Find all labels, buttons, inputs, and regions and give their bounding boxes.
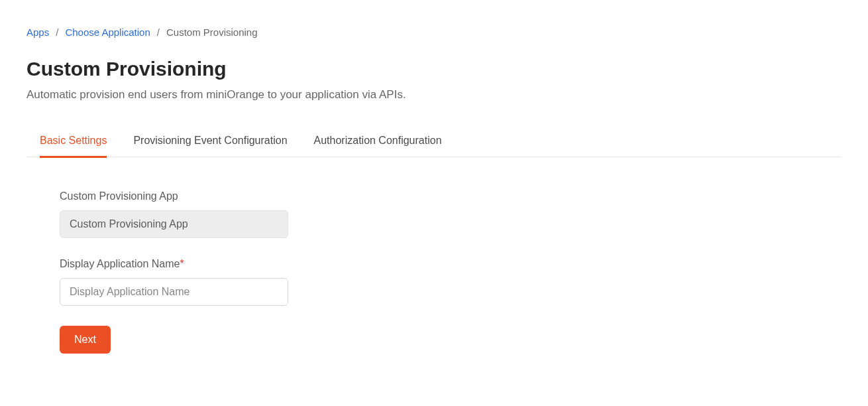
form-section: Custom Provisioning App Display Applicat… xyxy=(27,190,841,354)
form-group-display-name: Display Application Name* xyxy=(60,258,841,306)
breadcrumb-link-apps[interactable]: Apps xyxy=(27,27,49,38)
tab-provisioning-event-configuration[interactable]: Provisioning Event Configuration xyxy=(133,128,287,158)
breadcrumb-separator: / xyxy=(157,27,160,38)
label-app-type: Custom Provisioning App xyxy=(60,190,841,202)
form-group-app-type: Custom Provisioning App xyxy=(60,190,841,238)
tab-authorization-configuration[interactable]: Authorization Configuration xyxy=(314,128,442,158)
input-display-name[interactable] xyxy=(60,278,288,306)
tabs: Basic Settings Provisioning Event Config… xyxy=(27,128,841,157)
tab-basic-settings[interactable]: Basic Settings xyxy=(40,128,107,158)
breadcrumb-current: Custom Provisioning xyxy=(166,27,258,38)
breadcrumb-link-choose-application[interactable]: Choose Application xyxy=(65,27,150,38)
breadcrumb: Apps / Choose Application / Custom Provi… xyxy=(27,27,841,38)
label-display-name-text: Display Application Name xyxy=(60,258,180,269)
page-title: Custom Provisioning xyxy=(27,58,841,80)
breadcrumb-separator: / xyxy=(56,27,58,38)
page-subtitle: Automatic provision end users from miniO… xyxy=(27,88,841,102)
required-asterisk: * xyxy=(180,258,184,269)
input-app-type xyxy=(60,210,288,238)
label-display-name: Display Application Name* xyxy=(60,258,841,270)
next-button[interactable]: Next xyxy=(60,326,111,354)
